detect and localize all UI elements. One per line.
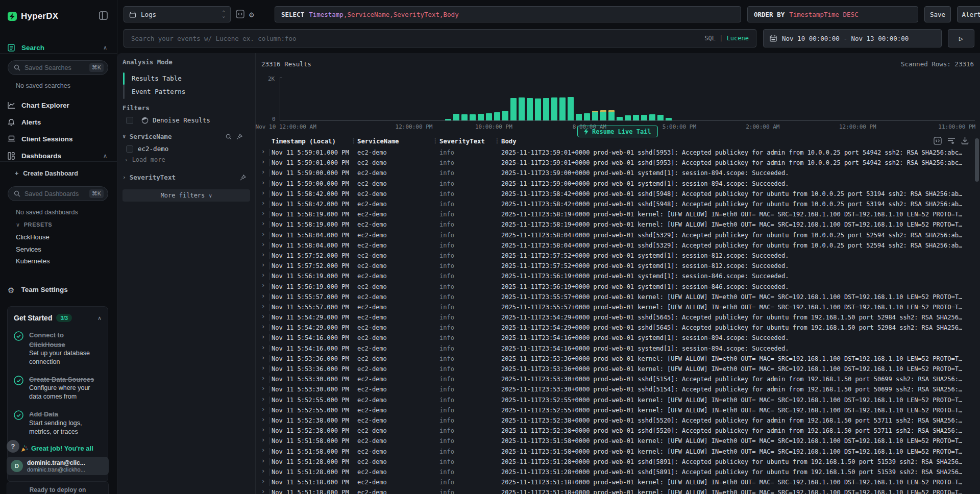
histogram-bar[interactable] xyxy=(617,117,623,120)
chevron-up-icon[interactable]: ∧ xyxy=(97,315,102,322)
create-dashboard-button[interactable]: +Create Dashboard xyxy=(15,170,78,177)
wrap-lines-icon[interactable] xyxy=(947,137,955,144)
table-row[interactable]: ›Nov 11 5:58:42.000 PMec2-demoinfo2025-1… xyxy=(256,189,973,199)
filter-value-ec2-demo[interactable]: ec2-demo xyxy=(126,145,168,153)
row-expander-icon[interactable]: › xyxy=(261,488,265,494)
table-row[interactable]: ›Nov 11 5:52:38.000 PMec2-demoinfo2025-1… xyxy=(256,426,973,436)
table-row[interactable]: ›Nov 11 5:52:38.000 PMec2-demoinfo2025-1… xyxy=(256,415,973,426)
row-expander-icon[interactable]: › xyxy=(261,271,265,279)
sidebar-item-team-settings[interactable]: ⚙ Team Settings xyxy=(0,283,117,296)
vertical-scrollbar[interactable] xyxy=(975,137,979,492)
table-row[interactable]: ›Nov 11 5:57:52.000 PMec2-demoinfo2025-1… xyxy=(256,251,973,261)
app-logo[interactable]: HyperDX xyxy=(8,10,110,22)
alerts-button[interactable]: Alerts xyxy=(957,6,980,22)
row-expander-icon[interactable]: › xyxy=(261,251,265,258)
order-by-input[interactable]: ORDER BY TimestampTime DESC xyxy=(747,6,918,22)
table-row[interactable]: ›Nov 11 5:59:01.000 PMec2-demoinfo2025-1… xyxy=(256,158,973,168)
histogram-bar[interactable] xyxy=(510,98,517,120)
row-expander-icon[interactable]: › xyxy=(261,168,265,176)
row-expander-icon[interactable]: › xyxy=(261,354,265,361)
chevron-up-icon[interactable]: ∧ xyxy=(103,44,107,51)
pin-icon[interactable] xyxy=(236,134,242,140)
row-expander-icon[interactable]: › xyxy=(261,426,265,433)
column-header-servicename[interactable]: ServiceName xyxy=(357,138,399,145)
table-row[interactable]: ›Nov 11 5:52:55.000 PMec2-demoinfo2025-1… xyxy=(256,395,973,405)
gear-icon[interactable]: ⚙ xyxy=(249,10,254,19)
sidebar-item-alerts[interactable]: Alerts xyxy=(0,115,117,129)
table-row[interactable]: ›Nov 11 5:54:29.000 PMec2-demoinfo2025-1… xyxy=(256,312,973,323)
source-select[interactable]: Logs ⌃⌄ xyxy=(124,6,231,22)
table-row[interactable]: ›Nov 11 5:51:18.000 PMec2-demoinfo2025-1… xyxy=(256,477,973,487)
table-row[interactable]: ›Nov 11 5:58:04.000 PMec2-demoinfo2025-1… xyxy=(256,230,973,240)
table-row[interactable]: ›Nov 11 5:53:36.000 PMec2-demoinfo2025-1… xyxy=(256,354,973,364)
table-row[interactable]: ›Nov 11 5:51:58.000 PMec2-demoinfo2025-1… xyxy=(256,446,973,456)
row-expander-icon[interactable]: › xyxy=(261,231,265,238)
table-row[interactable]: ›Nov 11 5:51:18.000 PMec2-demoinfo2025-1… xyxy=(256,487,973,494)
table-row[interactable]: ›Nov 11 5:55:57.000 PMec2-demoinfo2025-1… xyxy=(256,302,973,312)
mode-event-patterns[interactable]: Event Patterns xyxy=(132,85,251,98)
scrollbar-thumb[interactable] xyxy=(975,138,979,182)
table-row[interactable]: ›Nov 11 5:58:19.000 PMec2-demoinfo2025-1… xyxy=(256,209,973,219)
sidebar-item-search[interactable]: Search ∧ xyxy=(0,41,117,54)
table-row[interactable]: ›Nov 11 5:51:28.000 PMec2-demoinfo2025-1… xyxy=(256,457,973,467)
histogram-bar[interactable] xyxy=(527,98,533,120)
table-row[interactable]: ›Nov 11 5:54:16.000 PMec2-demoinfo2025-1… xyxy=(256,343,973,354)
get-started-item[interactable]: Add DataStart sending logs, metrics, or … xyxy=(14,409,102,436)
saved-searches-input[interactable]: Saved Searches ⌘K xyxy=(8,60,108,75)
table-row[interactable]: ›Nov 11 5:54:29.000 PMec2-demoinfo2025-1… xyxy=(256,323,973,333)
histogram-bar[interactable] xyxy=(543,98,549,120)
histogram-bar[interactable] xyxy=(600,110,606,120)
histogram-bar[interactable] xyxy=(559,97,566,120)
deploy-banner[interactable]: Ready to deploy on xyxy=(7,481,109,494)
histogram-bar[interactable] xyxy=(502,111,508,120)
histogram-bar[interactable] xyxy=(592,111,598,120)
sidebar-item-client-sessions[interactable]: Client Sessions xyxy=(0,132,117,145)
table-row[interactable]: ›Nov 11 5:57:52.000 PMec2-demoinfo2025-1… xyxy=(256,261,973,271)
load-more-button[interactable]: › Load more xyxy=(125,156,165,163)
filter-group-servicename[interactable]: ∨ ServiceName xyxy=(122,133,172,140)
row-expander-icon[interactable]: › xyxy=(261,261,265,268)
histogram-bar[interactable] xyxy=(486,113,492,120)
code-view-icon[interactable] xyxy=(934,137,942,145)
column-header-severitytext[interactable]: SeverityText xyxy=(439,138,485,145)
row-expander-icon[interactable]: › xyxy=(261,313,265,320)
histogram-bar[interactable] xyxy=(576,114,582,120)
histogram-bar[interactable] xyxy=(633,115,639,120)
row-expander-icon[interactable]: › xyxy=(261,406,265,413)
row-expander-icon[interactable]: › xyxy=(261,436,265,443)
row-expander-icon[interactable]: › xyxy=(261,189,265,196)
row-expander-icon[interactable]: › xyxy=(261,200,265,207)
column-header-timestamp[interactable]: Timestamp (Local) xyxy=(272,138,336,145)
histogram-bar[interactable] xyxy=(608,110,615,120)
row-expander-icon[interactable]: › xyxy=(261,375,265,382)
histogram-bar[interactable] xyxy=(461,114,468,120)
sidebar-item-chart-explorer[interactable]: Chart Explorer xyxy=(0,98,117,112)
save-button[interactable]: Save xyxy=(924,6,951,22)
more-filters-button[interactable]: More filters ∨ xyxy=(122,189,250,202)
date-range-picker[interactable]: Nov 10 00:00:00 - Nov 13 00:00:00 xyxy=(763,29,942,47)
row-expander-icon[interactable]: › xyxy=(261,364,265,372)
row-expander-icon[interactable]: › xyxy=(261,292,265,300)
preset-link-kubernetes[interactable]: Kubernetes xyxy=(16,257,50,265)
table-row[interactable]: ›Nov 11 5:51:28.000 PMec2-demoinfo2025-1… xyxy=(256,467,973,477)
resume-live-tail-button[interactable]: Resume Live Tail xyxy=(577,126,658,137)
search-icon[interactable] xyxy=(226,134,232,140)
get-started-item[interactable]: Create Data SourcesConfigure where your … xyxy=(14,375,102,401)
table-row[interactable]: ›Nov 11 5:56:19.000 PMec2-demoinfo2025-1… xyxy=(256,281,973,291)
user-menu[interactable]: D dominic.tran@clic... dominic.tran@clic… xyxy=(7,457,109,475)
row-expander-icon[interactable]: › xyxy=(261,333,265,340)
histogram-bar[interactable] xyxy=(657,115,664,120)
column-drag-handle[interactable]: ⋮ xyxy=(494,137,500,144)
table-row[interactable]: ›Nov 11 5:59:00.000 PMec2-demoinfo2025-1… xyxy=(256,168,973,178)
table-row[interactable]: ›Nov 11 5:51:58.000 PMec2-demoinfo2025-1… xyxy=(256,436,973,446)
event-search-input[interactable]: Search your events w/ Lucene ex. column:… xyxy=(124,29,756,47)
histogram-bar[interactable] xyxy=(584,113,590,120)
table-row[interactable]: ›Nov 11 5:54:16.000 PMec2-demoinfo2025-1… xyxy=(256,333,973,343)
column-drag-handle[interactable]: ⋮ xyxy=(432,137,438,144)
histogram-bar[interactable] xyxy=(453,114,459,120)
mode-results-table[interactable]: Results Table xyxy=(132,71,251,85)
row-expander-icon[interactable]: › xyxy=(261,179,265,186)
row-expander-icon[interactable]: › xyxy=(261,158,265,165)
checkbox[interactable] xyxy=(126,117,133,124)
run-query-button[interactable]: ▷ xyxy=(948,29,974,47)
